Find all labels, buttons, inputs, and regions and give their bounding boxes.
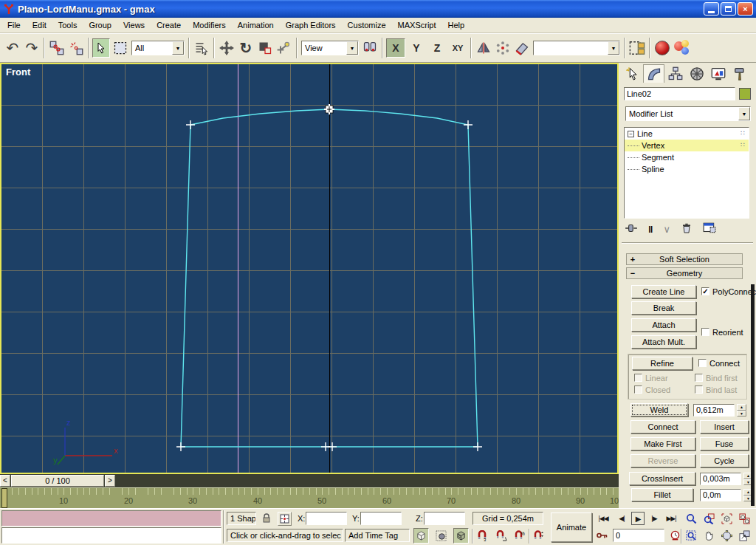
tab-modify[interactable] bbox=[643, 64, 664, 83]
menu-maxscript[interactable]: MAXScript bbox=[392, 19, 442, 31]
weld-threshold-field[interactable]: 0,612m bbox=[693, 404, 735, 417]
reference-coordinate-system-dropdown[interactable]: View ▼ bbox=[301, 41, 359, 55]
connect-button[interactable]: Connect bbox=[630, 420, 695, 433]
weld-button[interactable]: Weld bbox=[630, 403, 688, 417]
track-bar[interactable]: 10 20 30 40 50 60 70 80 90 10 bbox=[0, 487, 619, 508]
min-max-toggle-button[interactable] bbox=[737, 528, 752, 543]
angle-snap-toggle[interactable] bbox=[493, 528, 509, 544]
reorient-checkbox[interactable] bbox=[701, 328, 709, 336]
select-and-link-button[interactable] bbox=[48, 38, 66, 58]
pan-button[interactable] bbox=[701, 528, 716, 543]
time-next-button[interactable]: > bbox=[105, 475, 115, 487]
spin-up-icon[interactable]: ▲ bbox=[737, 404, 746, 411]
menu-graph-editors[interactable]: Graph Editors bbox=[280, 19, 342, 31]
select-and-move-button[interactable] bbox=[218, 38, 236, 58]
select-object-button[interactable] bbox=[92, 38, 110, 58]
select-and-scale-button[interactable] bbox=[256, 38, 274, 58]
selection-lock-toggle[interactable] bbox=[260, 512, 273, 525]
draft-render-toggle[interactable] bbox=[413, 528, 429, 544]
menu-create[interactable]: Create bbox=[151, 19, 187, 31]
select-by-name-button[interactable] bbox=[193, 38, 210, 58]
add-time-tag[interactable]: Add Time Tag bbox=[345, 529, 410, 542]
z-coord-field[interactable] bbox=[424, 512, 465, 525]
dropdown-arrow-icon[interactable]: ▼ bbox=[608, 41, 619, 55]
show-end-result-button[interactable]: ‖ bbox=[648, 224, 653, 235]
rollout-soft-selection[interactable]: + Soft Selection bbox=[626, 253, 743, 265]
tab-motion[interactable] bbox=[686, 64, 707, 83]
stack-row-segment[interactable]: Segment bbox=[625, 151, 749, 163]
menu-views[interactable]: Views bbox=[117, 19, 151, 31]
dropdown-arrow-icon[interactable]: ▼ bbox=[738, 107, 750, 120]
menu-animation[interactable]: Animation bbox=[232, 19, 280, 31]
make-first-button[interactable]: Make First bbox=[630, 437, 695, 450]
time-slider-button[interactable]: 0 / 100 bbox=[11, 475, 104, 487]
current-frame-field[interactable] bbox=[613, 529, 664, 542]
viewport-label[interactable]: Front bbox=[6, 66, 30, 78]
restrict-z-button[interactable]: Z bbox=[427, 38, 447, 58]
crossinsert-threshold-field[interactable]: 0,003m bbox=[700, 473, 741, 485]
key-mode-toggle[interactable] bbox=[595, 529, 610, 542]
align-button[interactable] bbox=[513, 38, 531, 58]
selection-bracket-toggle[interactable] bbox=[433, 528, 449, 544]
object-color-swatch[interactable] bbox=[739, 88, 751, 100]
arc-rotate-button[interactable] bbox=[719, 528, 734, 543]
menu-customize[interactable]: Customize bbox=[342, 19, 392, 31]
spinner-snap-toggle[interactable] bbox=[532, 528, 546, 544]
absolute-offset-toggle[interactable] bbox=[278, 512, 292, 526]
restrict-x-button[interactable]: X bbox=[386, 38, 405, 58]
weld-threshold-spinner[interactable]: ▲ ▼ bbox=[737, 404, 746, 417]
stack-segment-label[interactable]: Segment bbox=[642, 153, 674, 162]
close-button[interactable]: × bbox=[738, 2, 753, 16]
track-view-button[interactable] bbox=[628, 38, 646, 58]
go-to-end-button[interactable]: ▶▶| bbox=[663, 512, 679, 525]
modifier-stack[interactable]: − Line ∷ Vertex ∷ Segment Spline bbox=[624, 127, 749, 219]
unlink-selection-button[interactable] bbox=[67, 38, 85, 58]
stack-root-label[interactable]: Line bbox=[637, 129, 653, 138]
stack-row-line[interactable]: − Line ∷ bbox=[625, 128, 749, 140]
zoom-all-button[interactable] bbox=[701, 511, 716, 526]
restrict-y-button[interactable]: Y bbox=[407, 38, 426, 58]
tab-display[interactable] bbox=[707, 64, 729, 83]
stack-vertex-label[interactable]: Vertex bbox=[642, 141, 664, 150]
region-zoom-button[interactable] bbox=[684, 528, 698, 543]
make-unique-button[interactable]: ∨ bbox=[663, 224, 670, 235]
array-button[interactable] bbox=[494, 38, 512, 58]
y-coord-field[interactable] bbox=[360, 512, 402, 525]
insert-button[interactable]: Insert bbox=[700, 420, 749, 433]
rectangular-selection-region-button[interactable] bbox=[111, 38, 129, 58]
refine-connect-checkbox[interactable] bbox=[698, 359, 707, 367]
snap-toggle-3d[interactable]: 3 bbox=[475, 528, 489, 544]
dropdown-arrow-icon[interactable]: ▼ bbox=[172, 41, 184, 55]
degradation-override-toggle[interactable] bbox=[453, 528, 469, 544]
zoom-extents-button[interactable] bbox=[719, 511, 734, 526]
select-and-manipulate-button[interactable] bbox=[275, 38, 293, 58]
menu-tools[interactable]: Tools bbox=[52, 19, 83, 31]
previous-frame-button[interactable]: ◀| bbox=[615, 512, 628, 525]
pin-stack-button[interactable] bbox=[625, 222, 638, 236]
panel-scrollbar[interactable] bbox=[751, 284, 755, 506]
configure-modifier-sets-button[interactable] bbox=[703, 222, 716, 236]
stack-row-spline[interactable]: Spline bbox=[625, 163, 749, 175]
menu-edit[interactable]: Edit bbox=[27, 19, 52, 31]
x-coord-field[interactable] bbox=[306, 512, 347, 525]
restore-button[interactable] bbox=[721, 2, 736, 16]
attach-mult-button[interactable]: Attach Mult. bbox=[631, 335, 696, 349]
play-button[interactable]: ▶ bbox=[631, 512, 645, 525]
menu-group[interactable]: Group bbox=[83, 19, 117, 31]
maxscript-listener-white[interactable] bbox=[1, 527, 221, 544]
dropdown-arrow-icon[interactable]: ▼ bbox=[346, 41, 358, 55]
redo-button[interactable]: ↷ bbox=[23, 38, 41, 58]
menu-modifiers[interactable]: Modifiers bbox=[187, 19, 232, 31]
zoom-extents-all-button[interactable] bbox=[737, 511, 752, 526]
menu-file[interactable]: File bbox=[1, 19, 27, 31]
use-pivot-point-button[interactable] bbox=[361, 38, 379, 58]
animate-button[interactable]: Animate bbox=[551, 513, 592, 542]
viewport-front[interactable]: Front bbox=[0, 63, 619, 474]
refine-button[interactable]: Refine bbox=[632, 357, 693, 370]
break-button[interactable]: Break bbox=[631, 301, 696, 315]
render-button[interactable] bbox=[673, 38, 693, 58]
object-name-field[interactable] bbox=[624, 87, 735, 100]
remove-modifier-button[interactable] bbox=[681, 222, 693, 236]
stack-row-vertex[interactable]: Vertex ∷ bbox=[625, 140, 749, 151]
modifier-list-dropdown[interactable]: Modifier List ▼ bbox=[625, 106, 751, 121]
